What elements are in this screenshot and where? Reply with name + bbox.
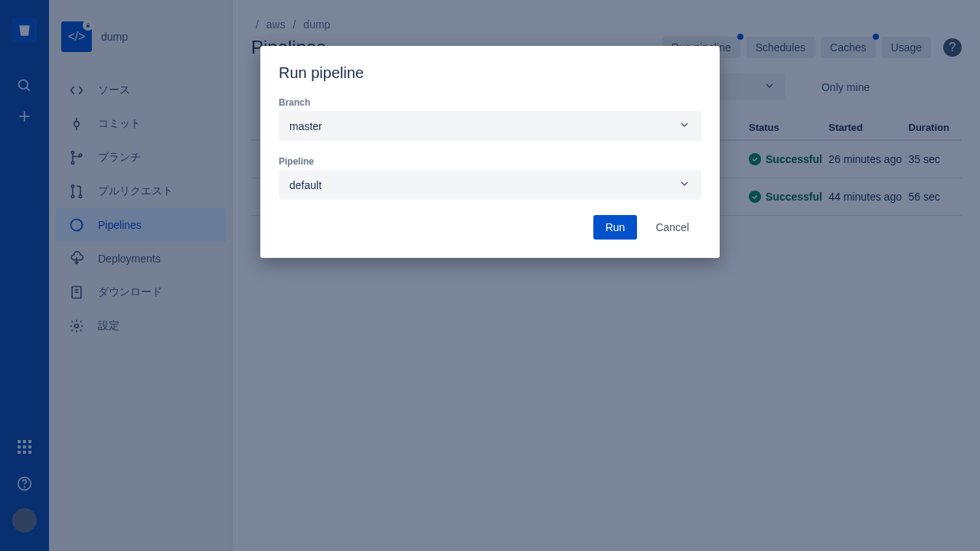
run-button[interactable]: Run	[593, 215, 638, 240]
pipeline-select[interactable]: default	[279, 170, 701, 200]
modal-overlay[interactable]: Run pipeline Branch master Pipeline defa…	[0, 0, 980, 551]
branch-select[interactable]: master	[279, 111, 701, 141]
chevron-down-icon	[678, 178, 691, 192]
branch-label: Branch	[279, 97, 701, 108]
chevron-down-icon	[678, 119, 691, 133]
pipeline-value: default	[289, 179, 322, 191]
pipeline-label: Pipeline	[279, 156, 701, 167]
modal-title: Run pipeline	[279, 64, 701, 82]
branch-value: master	[289, 120, 322, 132]
run-pipeline-modal: Run pipeline Branch master Pipeline defa…	[260, 46, 720, 258]
cancel-button[interactable]: Cancel	[643, 215, 701, 240]
